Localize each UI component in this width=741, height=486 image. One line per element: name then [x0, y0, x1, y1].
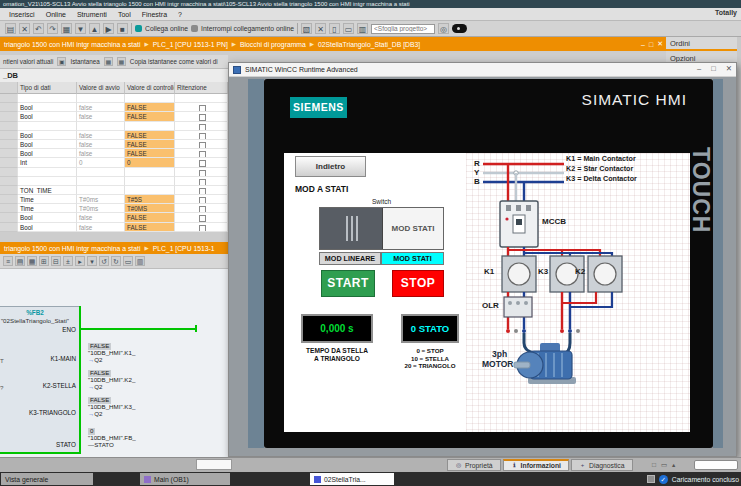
- keep-actual-values-button[interactable]: ntieni valori attuali: [3, 58, 53, 65]
- cell-valore-di-controllo[interactable]: FALSE: [125, 213, 175, 222]
- fbd-network-canvas[interactable]: %FB2 "02StellaTriangolo_Stati" ENOK1-MAI…: [0, 269, 228, 457]
- stop-button[interactable]: STOP: [392, 270, 444, 297]
- delete-icon[interactable]: ✕: [19, 23, 30, 34]
- ritenzione-checkbox[interactable]: [199, 151, 206, 158]
- cell-valore-di-controllo[interactable]: FALSE: [125, 223, 175, 232]
- download-to-device-icon[interactable]: ▼: [75, 23, 86, 34]
- db-table-row[interactable]: Int00: [0, 158, 228, 167]
- stop-cpu-icon[interactable]: ■: [117, 23, 128, 34]
- window-close-icon[interactable]: ✕: [726, 64, 732, 73]
- insert-network-icon[interactable]: ≡: [3, 256, 13, 266]
- taskbar-button-3[interactable]: 02StellaTria...: [310, 473, 394, 485]
- inspector-expand-icon[interactable]: ▴: [672, 461, 675, 469]
- copy-snapshots-button[interactable]: Copia istantanee come valori di: [130, 58, 218, 65]
- ritenzione-checkbox[interactable]: [199, 114, 206, 121]
- online-diagnostics-icon[interactable]: ▧: [301, 23, 312, 34]
- ritenzione-checkbox[interactable]: [199, 225, 206, 232]
- empty-box-icon[interactable]: ▸: [75, 256, 85, 266]
- tab-informazioni[interactable]: ℹInformazioni: [503, 459, 569, 471]
- snapshot-camera-icon[interactable]: ▣: [57, 57, 66, 66]
- ritenzione-checkbox[interactable]: [199, 142, 206, 149]
- wincc-titlebar[interactable]: SIMATIC WinCC Runtime Advanced – □ ✕: [229, 63, 736, 77]
- breadcrumb-blocks[interactable]: Blocchi di programma: [240, 41, 306, 48]
- back-button[interactable]: Indietro: [295, 156, 366, 177]
- ritenzione-checkbox[interactable]: [199, 206, 206, 213]
- cell-valore-di-controllo[interactable]: FALSE: [125, 140, 175, 149]
- cell-valore-di-controllo[interactable]: [125, 122, 175, 131]
- cell-valore-di-controllo[interactable]: [125, 186, 175, 195]
- undo-icon[interactable]: ↶: [33, 23, 44, 34]
- db-col-tipo-di-dati[interactable]: Tipo di dati: [18, 82, 77, 94]
- split-editor-horizontal-icon[interactable]: ▭: [343, 23, 354, 34]
- db-table-row[interactable]: BoolfalseFALSE: [0, 140, 228, 149]
- menu-strumenti[interactable]: Strumenti: [77, 11, 107, 18]
- db-col-valore-di-avvio[interactable]: Valore di avvio: [77, 82, 125, 94]
- ritenzione-checkbox[interactable]: [199, 188, 206, 195]
- ritenzione-checkbox[interactable]: [199, 179, 206, 186]
- panel-ordini-header[interactable]: Ordini: [666, 37, 737, 51]
- cell-valore-di-controllo[interactable]: FALSE: [125, 103, 175, 112]
- cell-valore-di-controllo[interactable]: T#5S: [125, 195, 175, 204]
- cell-valore-di-controllo[interactable]: 0: [125, 158, 175, 167]
- ritenzione-checkbox[interactable]: [199, 170, 206, 177]
- fb-block[interactable]: %FB2 "02StellaTriangolo_Stati" ENOK1-MAI…: [0, 306, 80, 454]
- ritenzione-checkbox[interactable]: [199, 160, 206, 167]
- menu-finestra[interactable]: Finestra: [142, 11, 167, 18]
- paste-icon[interactable]: ▤: [5, 23, 16, 34]
- cell-valore-di-controllo[interactable]: FALSE: [125, 131, 175, 140]
- db-col-ritenzione[interactable]: Ritenzione: [175, 82, 228, 94]
- breadcrumb-plc[interactable]: PLC_1 [CPU 1513-1 PN]: [153, 41, 228, 48]
- cell-valore-di-controllo[interactable]: FALSE: [125, 149, 175, 158]
- ritenzione-checkbox[interactable]: [199, 215, 206, 222]
- split-editor-vertical-icon[interactable]: ▯: [329, 23, 340, 34]
- monitor-off-icon[interactable]: ↻: [111, 256, 121, 266]
- redo-icon[interactable]: ↷: [47, 23, 58, 34]
- menu-tool[interactable]: Tool: [118, 11, 131, 18]
- ritenzione-checkbox[interactable]: [199, 133, 206, 140]
- db-table-row[interactable]: BoolfalseFALSE: [0, 131, 228, 140]
- copy-snapshot-icon[interactable]: ▦: [117, 57, 126, 66]
- breadcrumb-db[interactable]: 02StellaTriangolo_Stati_DB [DB3]: [318, 41, 420, 48]
- webcam-icon[interactable]: [452, 24, 467, 33]
- db-table-row[interactable]: BoolfalseFALSE: [0, 213, 228, 222]
- cell-valore-di-controllo[interactable]: [125, 177, 175, 186]
- ritenzione-checkbox[interactable]: [199, 197, 206, 204]
- breadcrumb-plc[interactable]: PLC_1 [CPU 1513-1: [153, 245, 215, 252]
- switch-knob[interactable]: [320, 208, 383, 249]
- db-table-row[interactable]: TimeT#0msT#5S: [0, 195, 228, 204]
- start-cpu-icon[interactable]: ▶: [103, 23, 114, 34]
- db-table-row[interactable]: TimeT#0msT#0MS: [0, 204, 228, 213]
- db-table-row[interactable]: [0, 122, 228, 131]
- favorites-icon[interactable]: ▾: [87, 256, 97, 266]
- db-table-row[interactable]: [0, 94, 228, 103]
- compile-icon[interactable]: ▦: [61, 23, 72, 34]
- cell-valore-di-controllo[interactable]: [125, 94, 175, 103]
- go-offline-button[interactable]: Interrompi collegamento online: [191, 25, 294, 32]
- db-table-row[interactable]: BoolfalseFALSE: [0, 223, 228, 232]
- editor-close-icon[interactable]: ✕: [657, 40, 663, 48]
- browse-project-input[interactable]: [371, 24, 435, 34]
- menu-help[interactable]: ?: [178, 11, 182, 18]
- breadcrumb-project[interactable]: triangolo 1500 con HMI intgr macchina a …: [4, 41, 140, 48]
- db-table-row[interactable]: TON_TIME: [0, 186, 228, 195]
- close-branch-icon[interactable]: ±: [63, 256, 73, 266]
- normally-open-icon[interactable]: ▤: [15, 256, 25, 266]
- menu-online[interactable]: Online: [46, 11, 66, 18]
- taskbar-button-2[interactable]: Main (OB1): [140, 473, 230, 485]
- mode-switch[interactable]: MOD STATI: [319, 207, 444, 250]
- libraries-icon[interactable]: ▥: [357, 23, 368, 34]
- db-table-row[interactable]: BoolfalseFALSE: [0, 103, 228, 112]
- db-table-row[interactable]: BoolfalseFALSE: [0, 149, 228, 158]
- coil-icon[interactable]: ⊞: [39, 256, 49, 266]
- editor-minimize-icon[interactable]: –: [641, 41, 645, 48]
- ritenzione-checkbox[interactable]: [199, 124, 206, 131]
- search-icon[interactable]: ◎: [438, 23, 449, 34]
- cell-valore-di-controllo[interactable]: [125, 168, 175, 177]
- tab-proprietà[interactable]: ◎Proprietà: [447, 459, 501, 471]
- upload-from-device-icon[interactable]: ▲: [89, 23, 100, 34]
- start-button[interactable]: START: [321, 270, 375, 297]
- inspector-float-icon[interactable]: □: [652, 461, 656, 469]
- db-table-row[interactable]: [0, 168, 228, 177]
- db-table-row[interactable]: BoolfalseFALSE: [0, 112, 228, 121]
- window-maximize-icon[interactable]: □: [711, 64, 716, 73]
